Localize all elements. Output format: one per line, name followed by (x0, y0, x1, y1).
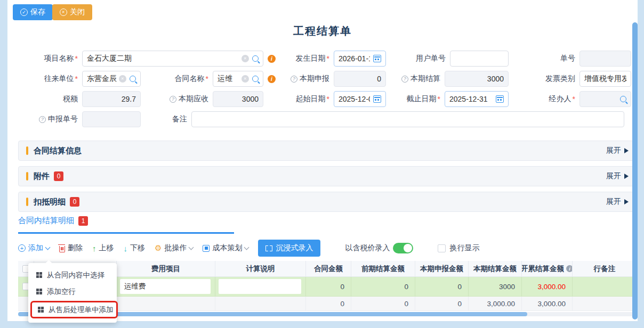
header-fee-item: 费用项目 (117, 261, 215, 276)
tab-contract-settlement-detail[interactable]: 合同内结算明细 1 (18, 216, 88, 226)
chevron-down-icon (244, 244, 249, 250)
current-settlement-cell[interactable]: 3000 (469, 277, 522, 296)
save-button-label: 保存 (30, 7, 45, 17)
grid-icon (38, 307, 44, 313)
triangle-right-icon (624, 174, 629, 179)
clear-circle-icon[interactable] (241, 75, 249, 83)
invoice-type-input[interactable]: 增值税专用发票|19 (579, 71, 631, 87)
end-date-label: 截止日期* (381, 94, 445, 104)
magnifier-icon[interactable] (252, 76, 259, 82)
user-doc-no-input[interactable] (450, 51, 509, 67)
plus-circle-icon (18, 244, 26, 252)
tab-bar: 合同内结算明细 1 (18, 216, 637, 233)
header-row-remark: 行备注 (573, 261, 637, 276)
remark-input[interactable] (191, 111, 624, 127)
invoice-type-label: 发票类别 (527, 74, 579, 84)
counterparty-label: 往来单位* (11, 74, 82, 84)
section-badge: 0 (54, 171, 63, 181)
page: 保存 关闭 工程结算单 项目名称* 金石大厦二期 发生日期* 2026-0 (0, 0, 644, 328)
current-declared-label: ? 本期申报 (277, 74, 334, 84)
magnifier-icon[interactable] (130, 76, 136, 82)
triangle-right-icon (624, 148, 629, 153)
wrap-display-checkbox[interactable] (438, 244, 446, 252)
magnifier-icon[interactable] (252, 55, 259, 62)
total-accum-settlement: 3,000.00 (522, 297, 573, 310)
grid-icon (36, 272, 42, 278)
header-prev-settlement: 前期结算金额 (351, 261, 415, 276)
prev-settlement-cell[interactable]: 0 (351, 277, 415, 296)
tab-active-underline (18, 232, 234, 234)
save-button[interactable]: 保存 (13, 4, 53, 20)
doc-no-input (579, 51, 631, 67)
menu-item-select-from-contract[interactable]: 从合同内容中选择 (28, 267, 117, 283)
counterparty-input[interactable]: 东营金辰建 (82, 71, 141, 87)
gear-icon: ⚙ (155, 243, 162, 253)
contract-amount-cell[interactable]: 0 (306, 277, 351, 296)
contract-name-label: 合同名称* (154, 74, 213, 84)
tax-inclusive-label: 以含税价录入 (345, 243, 390, 253)
start-date-input[interactable]: 2025-12-01 (334, 91, 386, 107)
project-name-input[interactable]: 金石大厦二期 (82, 51, 263, 67)
handler-input[interactable] (579, 91, 631, 107)
close-circle-icon (60, 9, 67, 16)
section-marker (26, 146, 28, 155)
clear-circle-icon[interactable] (119, 75, 126, 83)
occur-date-input[interactable]: 2026-01-15 (334, 51, 386, 67)
expand-button[interactable]: 展开 (606, 197, 629, 207)
section-deduction-details[interactable]: 扣抵明细 0 展开 (18, 192, 637, 212)
batch-ops-button[interactable]: ⚙ 批操作 (155, 243, 193, 253)
header-accum-settlement: 开累结算金额 (522, 261, 573, 276)
calendar-icon[interactable] (373, 95, 381, 103)
chevron-down-icon (45, 244, 51, 250)
current-receivable-input: 3000 (213, 91, 263, 107)
clear-circle-icon[interactable] (241, 55, 249, 62)
section-marker (26, 198, 28, 206)
magnifier-icon[interactable] (620, 96, 626, 102)
expand-button[interactable]: 展开 (606, 146, 629, 155)
add-button[interactable]: 添加 (18, 243, 50, 253)
row-remark-cell[interactable] (573, 277, 637, 296)
declare-doc-no-input (82, 111, 141, 127)
tax-inclusive-toggle[interactable] (393, 243, 413, 253)
current-settlement-label: ? 本期结算 (381, 74, 445, 84)
triangle-right-icon (624, 199, 629, 204)
vertical-scrollbar-thumb[interactable] (632, 22, 638, 319)
calendar-icon[interactable] (496, 95, 504, 103)
cost-planning-button[interactable]: 成本策划 (203, 243, 248, 253)
current-declared-cell[interactable]: 0 (415, 277, 469, 296)
chevron-down-icon (189, 244, 194, 250)
question-circle-icon: ? (39, 116, 46, 123)
expand-button[interactable]: 展开 (606, 171, 629, 181)
section-contract-settlement-info[interactable]: 合同结算信息 展开 (18, 141, 637, 161)
menu-item-add-empty-row[interactable]: 添加空行 (28, 283, 117, 300)
header-contract-amount: 合同金额 (306, 261, 351, 276)
end-date-input[interactable]: 2025-12-31 (445, 91, 509, 107)
delete-button[interactable]: 删除 (59, 243, 83, 253)
total-contract-amount: 0 (306, 297, 351, 310)
close-button[interactable]: 关闭 (52, 4, 92, 20)
info-circle-icon (268, 75, 276, 83)
current-receivable-label: ? 本期应收 (154, 94, 213, 104)
tax-amount-label: 税额 (11, 94, 82, 104)
calendar-icon[interactable] (373, 55, 381, 62)
section-title: 附件 (34, 171, 50, 182)
fee-item-cell[interactable]: 运维费 (120, 279, 211, 294)
question-circle-icon: ? (291, 76, 297, 83)
move-up-button[interactable]: ↑ 上移 (92, 243, 114, 253)
current-declared-input: 0 (334, 71, 386, 87)
tab-badge: 1 (78, 216, 88, 226)
contract-name-input[interactable]: 运维 (213, 71, 263, 87)
header-current-settlement: 本期结算金额 (469, 261, 522, 276)
detail-toolbar: 添加 删除 ↑ 上移 ↓ 下移 ⚙ 批操作 成本策划 (18, 240, 637, 257)
total-current-settlement: 3,000.00 (469, 297, 522, 310)
project-name-label: 项目名称* (11, 54, 82, 63)
form-card: 保存 关闭 工程结算单 项目名称* 金石大厦二期 发生日期* 2026-0 (7, 0, 638, 321)
section-attachments[interactable]: 附件 0 展开 (18, 166, 637, 186)
immersive-entry-button[interactable]: 沉浸式录入 (258, 240, 320, 257)
move-down-button[interactable]: ↓ 下移 (124, 243, 146, 253)
info-circle-icon (268, 55, 276, 63)
calc-desc-cell[interactable] (219, 279, 301, 294)
header-calc-desc: 计算说明 (215, 261, 306, 276)
start-date-label: 起始日期* (277, 94, 334, 104)
menu-item-add-from-aftersales[interactable]: 从售后处理单中添加 (30, 301, 118, 318)
